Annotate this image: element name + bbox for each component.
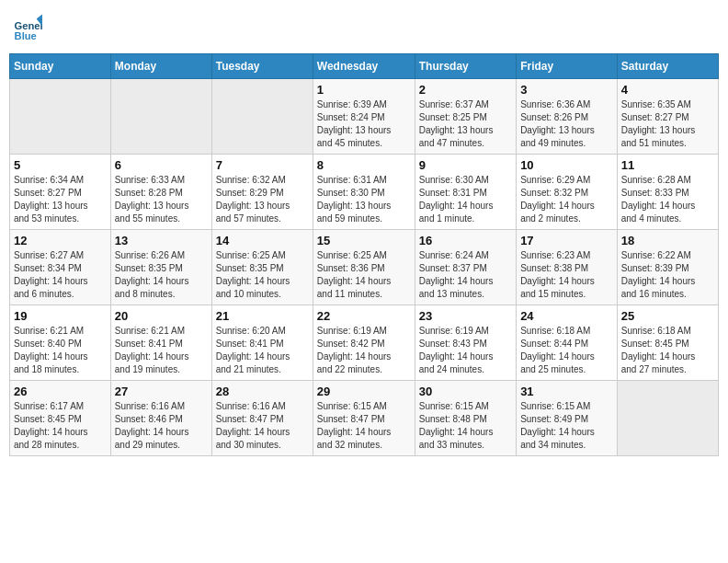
calendar-cell: 27Sunrise: 6:16 AM Sunset: 8:46 PM Dayli… (110, 381, 211, 456)
svg-text:General: General (15, 20, 42, 31)
calendar-cell: 21Sunrise: 6:20 AM Sunset: 8:41 PM Dayli… (211, 305, 313, 381)
day-number: 23 (419, 309, 512, 323)
day-number: 24 (520, 309, 613, 323)
calendar-cell: 29Sunrise: 6:15 AM Sunset: 8:47 PM Dayli… (313, 381, 415, 456)
logo-icon: General Blue (13, 13, 42, 42)
calendar-cell: 26Sunrise: 6:17 AM Sunset: 8:45 PM Dayli… (10, 381, 111, 456)
day-info: Sunrise: 6:34 AM Sunset: 8:27 PM Dayligh… (14, 174, 107, 225)
calendar-cell: 16Sunrise: 6:24 AM Sunset: 8:37 PM Dayli… (415, 230, 516, 305)
day-number: 6 (115, 158, 208, 172)
day-info: Sunrise: 6:16 AM Sunset: 8:46 PM Dayligh… (115, 400, 208, 452)
day-number: 5 (14, 158, 107, 172)
calendar-cell: 18Sunrise: 6:22 AM Sunset: 8:39 PM Dayli… (617, 230, 718, 305)
calendar-cell (617, 381, 718, 456)
day-number: 28 (216, 385, 309, 398)
calendar-cell: 22Sunrise: 6:19 AM Sunset: 8:42 PM Dayli… (313, 305, 415, 381)
day-info: Sunrise: 6:21 AM Sunset: 8:41 PM Dayligh… (115, 325, 208, 376)
day-info: Sunrise: 6:17 AM Sunset: 8:45 PM Dayligh… (14, 400, 107, 452)
day-number: 14 (216, 234, 309, 247)
calendar-cell: 7Sunrise: 6:32 AM Sunset: 8:29 PM Daylig… (211, 155, 313, 230)
calendar-cell: 9Sunrise: 6:30 AM Sunset: 8:31 PM Daylig… (415, 155, 516, 230)
day-info: Sunrise: 6:37 AM Sunset: 8:25 PM Dayligh… (419, 98, 512, 150)
day-info: Sunrise: 6:19 AM Sunset: 8:42 PM Dayligh… (317, 325, 411, 376)
day-number: 18 (621, 234, 714, 247)
calendar-week: 12Sunrise: 6:27 AM Sunset: 8:34 PM Dayli… (10, 230, 719, 305)
calendar-week: 19Sunrise: 6:21 AM Sunset: 8:40 PM Dayli… (10, 305, 719, 381)
day-number: 10 (520, 158, 613, 172)
weekday-header: Thursday (415, 54, 516, 79)
calendar-cell: 10Sunrise: 6:29 AM Sunset: 8:32 PM Dayli… (517, 155, 618, 230)
calendar-cell (211, 79, 313, 155)
calendar-cell: 6Sunrise: 6:33 AM Sunset: 8:28 PM Daylig… (110, 155, 211, 230)
day-info: Sunrise: 6:15 AM Sunset: 8:48 PM Dayligh… (419, 400, 512, 452)
day-number: 16 (419, 234, 512, 247)
weekday-header: Wednesday (313, 54, 415, 79)
calendar-cell: 24Sunrise: 6:18 AM Sunset: 8:44 PM Dayli… (517, 305, 618, 381)
calendar-cell: 2Sunrise: 6:37 AM Sunset: 8:25 PM Daylig… (415, 79, 516, 155)
weekday-header: Friday (517, 54, 618, 79)
calendar-cell: 20Sunrise: 6:21 AM Sunset: 8:41 PM Dayli… (110, 305, 211, 381)
day-info: Sunrise: 6:26 AM Sunset: 8:35 PM Dayligh… (115, 249, 208, 301)
day-number: 2 (419, 83, 512, 97)
day-info: Sunrise: 6:16 AM Sunset: 8:47 PM Dayligh… (216, 400, 309, 452)
day-info: Sunrise: 6:19 AM Sunset: 8:43 PM Dayligh… (419, 325, 512, 376)
day-number: 21 (216, 309, 309, 323)
day-info: Sunrise: 6:32 AM Sunset: 8:29 PM Dayligh… (216, 174, 309, 225)
day-info: Sunrise: 6:31 AM Sunset: 8:30 PM Dayligh… (317, 174, 411, 225)
calendar-cell: 1Sunrise: 6:39 AM Sunset: 8:24 PM Daylig… (313, 79, 415, 155)
day-number: 25 (621, 309, 714, 323)
calendar-cell: 4Sunrise: 6:35 AM Sunset: 8:27 PM Daylig… (617, 79, 718, 155)
calendar-cell: 11Sunrise: 6:28 AM Sunset: 8:33 PM Dayli… (617, 155, 718, 230)
day-number: 9 (419, 158, 512, 172)
day-number: 17 (520, 234, 613, 247)
day-number: 30 (419, 385, 512, 398)
calendar-week: 5Sunrise: 6:34 AM Sunset: 8:27 PM Daylig… (10, 155, 719, 230)
day-number: 31 (520, 385, 613, 398)
day-number: 7 (216, 158, 309, 172)
day-number: 15 (317, 234, 411, 247)
day-info: Sunrise: 6:15 AM Sunset: 8:47 PM Dayligh… (317, 400, 411, 452)
day-number: 20 (115, 309, 208, 323)
day-info: Sunrise: 6:36 AM Sunset: 8:26 PM Dayligh… (520, 98, 613, 150)
calendar-cell: 30Sunrise: 6:15 AM Sunset: 8:48 PM Dayli… (415, 381, 516, 456)
calendar-cell: 5Sunrise: 6:34 AM Sunset: 8:27 PM Daylig… (10, 155, 111, 230)
calendar-week: 1Sunrise: 6:39 AM Sunset: 8:24 PM Daylig… (10, 79, 719, 155)
calendar-week: 26Sunrise: 6:17 AM Sunset: 8:45 PM Dayli… (10, 381, 719, 456)
day-number: 13 (115, 234, 208, 247)
day-info: Sunrise: 6:22 AM Sunset: 8:39 PM Dayligh… (621, 249, 714, 301)
day-number: 27 (115, 385, 208, 398)
weekday-header: Tuesday (211, 54, 313, 79)
day-info: Sunrise: 6:21 AM Sunset: 8:40 PM Dayligh… (14, 325, 107, 376)
calendar-header: SundayMondayTuesdayWednesdayThursdayFrid… (10, 54, 719, 79)
calendar-cell: 3Sunrise: 6:36 AM Sunset: 8:26 PM Daylig… (517, 79, 618, 155)
calendar-cell (10, 79, 111, 155)
day-info: Sunrise: 6:35 AM Sunset: 8:27 PM Dayligh… (621, 98, 714, 150)
calendar-cell: 14Sunrise: 6:25 AM Sunset: 8:35 PM Dayli… (211, 230, 313, 305)
day-info: Sunrise: 6:33 AM Sunset: 8:28 PM Dayligh… (115, 174, 208, 225)
day-number: 3 (520, 83, 613, 97)
weekday-header: Saturday (617, 54, 718, 79)
day-info: Sunrise: 6:23 AM Sunset: 8:38 PM Dayligh… (520, 249, 613, 301)
day-info: Sunrise: 6:25 AM Sunset: 8:36 PM Dayligh… (317, 249, 411, 301)
day-info: Sunrise: 6:25 AM Sunset: 8:35 PM Dayligh… (216, 249, 309, 301)
weekday-header: Sunday (10, 54, 111, 79)
day-info: Sunrise: 6:15 AM Sunset: 8:49 PM Dayligh… (520, 400, 613, 452)
day-info: Sunrise: 6:30 AM Sunset: 8:31 PM Dayligh… (419, 174, 512, 225)
day-info: Sunrise: 6:28 AM Sunset: 8:33 PM Dayligh… (621, 174, 714, 225)
calendar-cell: 23Sunrise: 6:19 AM Sunset: 8:43 PM Dayli… (415, 305, 516, 381)
day-number: 29 (317, 385, 411, 398)
day-number: 8 (317, 158, 411, 172)
day-number: 26 (14, 385, 107, 398)
calendar-table: SundayMondayTuesdayWednesdayThursdayFrid… (9, 53, 719, 456)
day-info: Sunrise: 6:18 AM Sunset: 8:45 PM Dayligh… (621, 325, 714, 376)
day-info: Sunrise: 6:27 AM Sunset: 8:34 PM Dayligh… (14, 249, 107, 301)
calendar-cell: 19Sunrise: 6:21 AM Sunset: 8:40 PM Dayli… (10, 305, 111, 381)
calendar-cell (110, 79, 211, 155)
day-number: 1 (317, 83, 411, 97)
calendar-cell: 15Sunrise: 6:25 AM Sunset: 8:36 PM Dayli… (313, 230, 415, 305)
day-info: Sunrise: 6:39 AM Sunset: 8:24 PM Dayligh… (317, 98, 411, 150)
calendar-cell: 8Sunrise: 6:31 AM Sunset: 8:30 PM Daylig… (313, 155, 415, 230)
svg-text:Blue: Blue (15, 30, 37, 41)
day-number: 12 (14, 234, 107, 247)
day-number: 11 (621, 158, 714, 172)
